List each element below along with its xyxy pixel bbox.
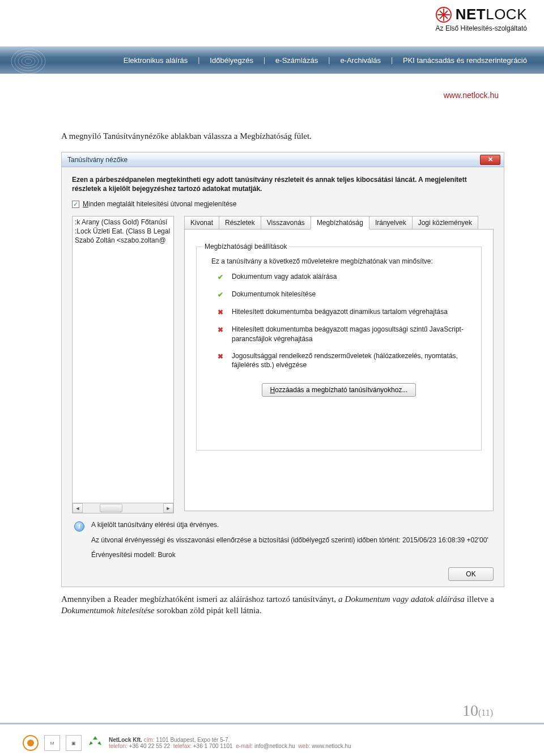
show-all-paths-checkbox[interactable]: ✓ bbox=[72, 201, 79, 208]
tab-policies[interactable]: Irányelvek bbox=[369, 216, 413, 230]
status-line: Az útvonal érvényességi és visszavonási … bbox=[91, 536, 488, 545]
certificate-path-list[interactable]: :k Arany (Class Gold) Főtanúsí :Lock Üzl… bbox=[72, 216, 174, 513]
site-url[interactable]: www.netlock.hu bbox=[444, 91, 499, 100]
footer-divider bbox=[0, 723, 544, 724]
trust-item: ✖ Hitelesített dokumentumba beágyazott m… bbox=[216, 325, 473, 343]
scroll-right-icon[interactable]: ► bbox=[163, 503, 173, 513]
footer-addr: 1101 Budapest, Expo tér 5-7. bbox=[156, 737, 230, 743]
close-icon: ✕ bbox=[488, 156, 493, 163]
logo-thin: LOCK bbox=[486, 6, 527, 23]
recycle-icon bbox=[87, 734, 103, 751]
trust-item: ✔ Dokumentum vagy adatok aláírása bbox=[216, 272, 473, 282]
footer-info: NetLock Kft. cím: 1101 Budapest, Expo té… bbox=[109, 737, 351, 749]
group-legend: Megbízhatósági beállítások bbox=[202, 243, 289, 250]
page-total: (11) bbox=[478, 708, 493, 717]
list-item[interactable]: :Lock Üzleti Eat. (Class B Legal bbox=[75, 227, 171, 236]
footer: M ▣ NetLock Kft. cím: 1101 Budapest, Exp… bbox=[23, 734, 521, 751]
footer-web-label: web: bbox=[298, 743, 310, 749]
certificate-viewer-dialog: Tanúsítvány nézőke ✕ Ezen a párbeszédpan… bbox=[61, 152, 504, 587]
tab-summary[interactable]: Kivonat bbox=[184, 216, 219, 230]
cross-icon: ✖ bbox=[216, 352, 225, 361]
trust-text: Dokumentumok hitelesítése bbox=[232, 290, 473, 299]
info-icon: i bbox=[74, 521, 84, 532]
footer-web: www.netlock.hu bbox=[312, 743, 351, 749]
check-ok-icon: ✔ bbox=[216, 273, 225, 282]
status-line: A kijelölt tanúsítvány elérési útja érvé… bbox=[91, 520, 488, 529]
svg-point-5 bbox=[25, 59, 32, 63]
horizontal-scrollbar[interactable]: ◄ ► bbox=[73, 503, 173, 513]
close-button[interactable]: ✕ bbox=[480, 155, 500, 165]
trust-text: Dokumentum vagy adatok aláírása bbox=[232, 272, 473, 281]
footer-mail: info@netlock.hu bbox=[254, 743, 295, 749]
nav-bar: Elektronikus aláírás | Időbélyegzés | e-… bbox=[0, 46, 544, 74]
nav-sep: | bbox=[198, 56, 199, 64]
check-icon: ✓ bbox=[73, 201, 78, 207]
tab-details[interactable]: Részletek bbox=[219, 216, 261, 230]
footer-fax-label: telefax: bbox=[173, 743, 192, 749]
status-text: A kijelölt tanúsítvány elérési útja érvé… bbox=[91, 520, 488, 565]
trust-item: ✔ Dokumentumok hitelesítése bbox=[216, 290, 473, 299]
cross-icon: ✖ bbox=[216, 325, 225, 334]
tab-body: Megbízhatósági beállítások Ez a tanúsítv… bbox=[184, 229, 494, 511]
nav-item[interactable]: Elektronikus aláírás bbox=[124, 56, 188, 65]
list-item[interactable]: Szabó Zoltán <szabo.zoltan@ bbox=[75, 236, 171, 245]
logo-tagline: Az Első Hitelesítés-szolgáltató bbox=[435, 24, 527, 32]
dialog-description: Ezen a párbeszédpanelen megtekintheti eg… bbox=[72, 175, 494, 193]
trust-text: Hitelesített dokumentumba beágyazott din… bbox=[232, 307, 473, 316]
footer-tel-label: telefon: bbox=[109, 743, 128, 749]
footer-tel: +36 40 22 55 22 bbox=[129, 743, 171, 749]
add-btn-rest: ozzáadás a megbízható tanúsítványokhoz..… bbox=[275, 386, 407, 394]
nav-item[interactable]: e-Számlázás bbox=[275, 56, 318, 65]
footer-mail-label: e-mail: bbox=[236, 743, 253, 749]
svg-point-4 bbox=[22, 57, 35, 66]
trust-settings-group: Megbízhatósági beállítások Ez a tanúsítv… bbox=[196, 247, 482, 451]
sgs-badge-icon bbox=[23, 735, 39, 751]
checkbox-label: MMinden megtalált hitelesítési útvonal m… bbox=[83, 200, 237, 208]
tab-trust[interactable]: Megbízhatóság bbox=[311, 216, 369, 230]
logo-mark-icon bbox=[435, 6, 452, 23]
status-line: Érvényesítési modell: Burok bbox=[91, 550, 488, 559]
dialog-title: Tanúsítvány nézőke bbox=[67, 156, 128, 164]
logo-bold: NET bbox=[456, 6, 486, 23]
page-number: 10(11) bbox=[462, 702, 493, 720]
svg-point-1 bbox=[11, 49, 45, 74]
add-to-trusted-button[interactable]: Hozzáadás a megbízható tanúsítványokhoz.… bbox=[262, 383, 416, 397]
fingerprint-icon bbox=[6, 44, 62, 76]
footer-addr-label: cím: bbox=[144, 737, 155, 743]
titlebar: Tanúsítvány nézőke ✕ bbox=[62, 152, 504, 167]
scroll-thumb[interactable] bbox=[100, 504, 122, 512]
nav-item[interactable]: e-Archiválás bbox=[340, 56, 381, 65]
svg-point-6 bbox=[27, 740, 34, 746]
scroll-left-icon[interactable]: ◄ bbox=[73, 503, 83, 513]
tab-strip: Kivonat Részletek Visszavonás Megbízható… bbox=[184, 216, 494, 230]
paragraph-2: Amennyiben a Reader megbízhatóként ismer… bbox=[61, 594, 494, 616]
nav-sep: | bbox=[328, 56, 330, 64]
tab-legal[interactable]: Jogi közlemények bbox=[412, 216, 478, 230]
list-item[interactable]: :k Arany (Class Gold) Főtanúsí bbox=[75, 218, 171, 227]
trust-item: ✖ Hitelesített dokumentumba beágyazott d… bbox=[216, 307, 473, 317]
paragraph-1: A megnyíló Tanúsítványnézőke ablakban vá… bbox=[61, 131, 494, 141]
page-current: 10 bbox=[462, 702, 478, 719]
trust-item: ✖ Jogosultsággal rendelkező rendszerműve… bbox=[216, 351, 473, 369]
group-intro: Ez a tanúsítvány a következő műveletekre… bbox=[211, 257, 473, 265]
nav-item[interactable]: PKI tanácsadás és rendszerintegráció bbox=[403, 56, 527, 65]
cross-icon: ✖ bbox=[216, 308, 225, 317]
nav-sep: | bbox=[391, 56, 393, 64]
check-ok-icon: ✔ bbox=[216, 290, 225, 299]
nav-item[interactable]: Időbélyegzés bbox=[210, 56, 253, 65]
moody-badge-icon: M bbox=[44, 735, 60, 751]
footer-company: NetLock Kft. bbox=[109, 737, 142, 743]
nav-sep: | bbox=[264, 56, 265, 64]
trust-text: Jogosultsággal rendelkező rendszerművele… bbox=[232, 351, 473, 369]
footer-fax: +36 1 700 1101 bbox=[193, 743, 233, 749]
ok-button[interactable]: OK bbox=[448, 567, 494, 581]
cert-badge-icon: ▣ bbox=[66, 735, 82, 751]
brand-logo: NETLOCK Az Első Hitelesítés-szolgáltató bbox=[435, 6, 527, 32]
logo-text: NETLOCK bbox=[456, 6, 527, 23]
trust-text: Hitelesített dokumentumba beágyazott mag… bbox=[232, 325, 473, 343]
tab-revocation[interactable]: Visszavonás bbox=[261, 216, 311, 230]
